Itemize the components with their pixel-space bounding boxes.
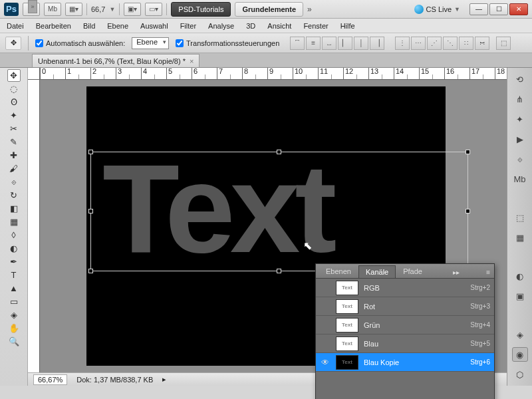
transform-handle[interactable] <box>466 209 470 213</box>
lasso-tool[interactable]: ʘ <box>7 96 21 108</box>
distribute-icon[interactable]: ⋱ <box>443 37 458 50</box>
shape-tool[interactable]: ▭ <box>7 295 21 308</box>
gradient-tool[interactable]: ▦ <box>7 215 21 228</box>
workspace-other[interactable]: Grundelemente <box>235 2 303 17</box>
distribute-icon[interactable]: ⋰ <box>427 37 442 50</box>
channel-row[interactable]: TextRGBStrg+2 <box>316 279 494 297</box>
channels-panel[interactable]: Ebenen Kanäle Pfade ▸▸ ≡ TextRGBStrg+2Te… <box>315 263 495 399</box>
distribute-icon[interactable]: ⋯ <box>411 37 426 50</box>
menu-bild[interactable]: Bild <box>83 22 95 30</box>
masks-icon[interactable]: ▣ <box>512 289 528 303</box>
menu-auswahl[interactable]: Auswahl <box>140 22 168 30</box>
photoshop-logo[interactable]: Ps <box>4 3 19 16</box>
transform-controls-input[interactable] <box>176 39 184 47</box>
zoom-level[interactable]: 66,7 <box>91 5 105 13</box>
move-tool-icon[interactable]: ✥ <box>5 37 21 50</box>
transform-bounds[interactable] <box>90 152 468 271</box>
cs-live[interactable]: CS Live ▼ <box>414 5 460 14</box>
tab-ebenen[interactable]: Ebenen <box>319 265 358 278</box>
distribute-icon[interactable]: ∺ <box>475 37 489 50</box>
channel-row[interactable]: 👁TextBlau KopieStrg+6 <box>316 353 494 372</box>
visibility-icon[interactable] <box>320 301 331 312</box>
transform-handle[interactable] <box>466 150 470 154</box>
channel-row[interactable]: TextRotStrg+3 <box>316 297 494 316</box>
paths-icon[interactable]: ⬡ <box>512 367 528 382</box>
history-brush-tool[interactable]: ↻ <box>7 189 21 201</box>
ruler-origin[interactable] <box>28 68 40 80</box>
visibility-icon[interactable] <box>320 338 331 349</box>
menu-fenster[interactable]: Fenster <box>303 22 328 30</box>
auto-select-checkbox[interactable]: Automatisch auswählen: <box>35 39 125 47</box>
menu-bearbeiten[interactable]: Bearbeiten <box>36 22 71 30</box>
align-top-icon[interactable]: ⎴ <box>290 37 305 50</box>
menu-datei[interactable]: Datei <box>7 22 24 30</box>
menu-filter[interactable]: Filter <box>180 22 196 30</box>
marquee-tool[interactable]: ◌ <box>7 82 21 95</box>
panel-menu-icon[interactable]: ≡ <box>482 267 494 278</box>
channel-row[interactable]: TextBlauStrg+5 <box>316 334 494 353</box>
align-hcenter-icon[interactable]: │ <box>354 37 368 50</box>
crop-tool[interactable]: ✂ <box>7 122 21 135</box>
history-icon[interactable]: ⟲ <box>512 72 528 86</box>
distribute-icon[interactable]: ⋮ <box>395 37 410 50</box>
brushes-icon[interactable]: ▶ <box>512 132 528 146</box>
arrange-docs-icon[interactable]: ▣▾ <box>124 3 141 16</box>
eyedropper-tool[interactable]: ✎ <box>7 136 21 148</box>
view-extras-icon[interactable]: ▦▾ <box>65 3 82 16</box>
align-right-icon[interactable]: ▕ <box>370 37 384 50</box>
zoom-tool[interactable]: 🔍 <box>7 335 21 348</box>
minibridge-icon[interactable]: Mb <box>44 3 61 16</box>
minimize-button[interactable]: — <box>469 3 488 15</box>
align-bottom-icon[interactable]: ⎵ <box>322 37 336 50</box>
move-tool[interactable]: ✥ <box>7 69 21 82</box>
heal-tool[interactable]: ✚ <box>7 149 21 162</box>
auto-select-mode[interactable]: Ebene <box>132 37 169 49</box>
type-tool[interactable]: T <box>7 269 21 281</box>
ruler-horizontal[interactable]: 012345678910111213141516171819 <box>40 68 507 80</box>
channels-icon[interactable]: ◉ <box>512 347 528 362</box>
visibility-icon[interactable] <box>320 283 331 293</box>
status-more-icon[interactable]: ▸ <box>162 375 166 384</box>
maximize-button[interactable]: ☐ <box>489 3 508 15</box>
transform-controls-checkbox[interactable]: Transformationssteuerungen <box>176 39 279 47</box>
menu-ansicht[interactable]: Ansicht <box>267 22 291 30</box>
tab-pfade[interactable]: Pfade <box>396 265 430 278</box>
pen-tool[interactable]: ✒ <box>7 255 21 268</box>
3d-tool[interactable]: ◈ <box>7 309 21 321</box>
hand-tool[interactable]: ✋ <box>7 322 21 334</box>
transform-handle[interactable] <box>277 269 281 273</box>
document-tab[interactable]: Unbenannt-1 bei 66,7% (Text, Blau Kopie/… <box>32 54 200 67</box>
channel-row[interactable]: TextGrünStrg+4 <box>316 316 494 334</box>
color-icon[interactable]: ⬚ <box>512 210 528 225</box>
distribute-icon[interactable]: ∷ <box>459 37 473 50</box>
wand-tool[interactable]: ✦ <box>7 109 21 122</box>
align-vcenter-icon[interactable]: ≡ <box>306 37 321 50</box>
transform-handle[interactable] <box>88 269 93 273</box>
mb-icon[interactable]: Mb <box>512 172 528 186</box>
ruler-vertical[interactable] <box>28 80 40 372</box>
auto-select-input[interactable] <box>35 39 43 47</box>
transform-handle[interactable] <box>88 150 93 154</box>
dodge-tool[interactable]: ◐ <box>7 242 21 255</box>
transform-handle[interactable] <box>277 150 281 154</box>
status-doc-size[interactable]: Dok: 1,37 MB/838,7 KB <box>76 376 153 384</box>
path-select-tool[interactable]: ▲ <box>7 282 21 295</box>
brush-tool[interactable]: 🖌 <box>7 162 21 175</box>
auto-align-icon[interactable]: ⬚ <box>496 37 511 50</box>
menu-analyse[interactable]: Analyse <box>208 22 234 30</box>
tab-kanaele[interactable]: Kanäle <box>358 265 396 278</box>
status-zoom[interactable]: 66,67% <box>33 374 67 385</box>
blur-tool[interactable]: ◊ <box>7 229 21 241</box>
workspace-more-icon[interactable]: » <box>307 5 312 14</box>
align-left-icon[interactable]: ▏ <box>338 37 352 50</box>
swatches-icon[interactable]: ▦ <box>512 230 528 245</box>
adjustments-icon[interactable]: ◐ <box>512 269 528 283</box>
chevron-down-icon[interactable]: ▼ <box>109 6 115 13</box>
layers-icon[interactable]: ◈ <box>512 327 528 342</box>
collapse-icon[interactable]: » <box>28 0 37 13</box>
panel-collapse-icon[interactable]: ▸▸ <box>449 267 464 278</box>
close-tab-icon[interactable]: × <box>190 57 194 65</box>
menu-3d[interactable]: 3D <box>246 22 255 30</box>
eraser-tool[interactable]: ◧ <box>7 202 21 215</box>
actions-icon[interactable]: ⋔ <box>512 92 528 106</box>
